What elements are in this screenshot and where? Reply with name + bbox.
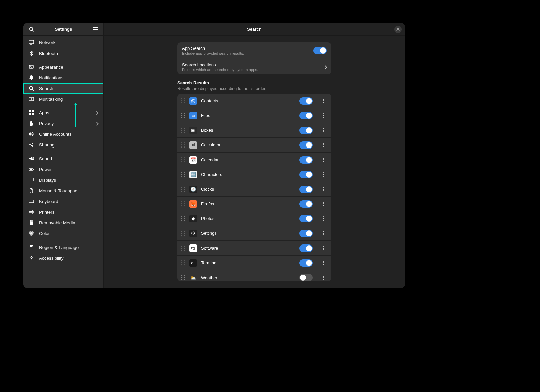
sidebar-item-network[interactable]: Network bbox=[23, 37, 103, 48]
toggle-settings[interactable] bbox=[299, 230, 313, 237]
drag-handle-icon[interactable] bbox=[181, 157, 185, 163]
more-menu-button[interactable] bbox=[319, 244, 327, 252]
sidebar: Settings NetworkBluetoothAppearanceNotif… bbox=[23, 23, 104, 288]
hamburger-icon[interactable] bbox=[92, 26, 99, 33]
appearance-icon bbox=[29, 64, 34, 70]
more-menu-button[interactable] bbox=[319, 215, 327, 223]
drag-handle-icon[interactable] bbox=[181, 231, 185, 236]
sidebar-item-bluetooth[interactable]: Bluetooth bbox=[23, 48, 103, 59]
svg-rect-16 bbox=[32, 113, 34, 115]
sidebar-item-region-language[interactable]: Region & Language bbox=[23, 242, 103, 253]
drag-handle-icon[interactable] bbox=[181, 98, 185, 104]
drag-handle-icon[interactable] bbox=[181, 187, 185, 192]
toggle-terminal[interactable] bbox=[299, 259, 313, 267]
sidebar-item-label: Region & Language bbox=[39, 245, 79, 250]
svg-rect-26 bbox=[33, 169, 34, 170]
svg-rect-5 bbox=[29, 40, 34, 44]
svg-point-0 bbox=[29, 27, 32, 30]
toggle-calendar[interactable] bbox=[299, 156, 313, 164]
drag-handle-icon[interactable] bbox=[181, 260, 185, 266]
svg-line-22 bbox=[31, 144, 32, 145]
power-icon bbox=[29, 167, 34, 172]
svg-rect-12 bbox=[32, 97, 34, 101]
toggle-app-search[interactable] bbox=[313, 47, 327, 54]
sidebar-item-power[interactable]: Power bbox=[23, 164, 103, 175]
app-row-settings: ⚙Settings bbox=[177, 226, 331, 241]
more-menu-button[interactable] bbox=[319, 259, 327, 267]
app-label: Weather bbox=[201, 275, 295, 280]
more-menu-button[interactable] bbox=[319, 274, 327, 281]
drag-handle-icon[interactable] bbox=[181, 113, 185, 118]
sidebar-item-appearance[interactable]: Appearance bbox=[23, 62, 103, 72]
sidebar-item-search[interactable]: Search bbox=[23, 83, 103, 94]
weather-app-icon: ⛅ bbox=[189, 274, 197, 281]
sidebar-item-online-accounts[interactable]: Online Accounts bbox=[23, 129, 103, 139]
chevron-right-icon bbox=[324, 64, 327, 70]
sidebar-item-multitasking[interactable]: Multitasking bbox=[23, 94, 103, 104]
sidebar-item-removable-media[interactable]: Removable Media bbox=[23, 217, 103, 228]
more-menu-button[interactable] bbox=[319, 229, 327, 237]
drag-handle-icon[interactable] bbox=[181, 246, 185, 251]
terminal-app-icon: >_ bbox=[189, 259, 197, 267]
drag-handle-icon[interactable] bbox=[181, 142, 185, 148]
results-title: Search Results bbox=[177, 80, 331, 85]
toggle-software[interactable] bbox=[299, 244, 313, 252]
row-subtitle: Include app-provided search results. bbox=[182, 51, 309, 55]
drag-handle-icon[interactable] bbox=[181, 172, 185, 177]
drag-handle-icon[interactable] bbox=[181, 216, 185, 221]
sidebar-item-accessibility[interactable]: Accessibility bbox=[23, 253, 103, 263]
app-row-files: 🗎Files bbox=[177, 108, 331, 123]
toggle-weather[interactable] bbox=[299, 274, 313, 281]
more-menu-button[interactable] bbox=[319, 185, 327, 193]
settings-window: Settings NetworkBluetoothAppearanceNotif… bbox=[23, 23, 405, 288]
svg-point-8 bbox=[31, 66, 32, 67]
more-menu-button[interactable] bbox=[319, 200, 327, 208]
sidebar-item-sharing[interactable]: Sharing bbox=[23, 139, 103, 150]
row-title: Search Locations bbox=[182, 62, 320, 67]
toggle-boxes[interactable] bbox=[299, 127, 313, 134]
svg-rect-31 bbox=[29, 200, 34, 203]
toggle-contacts[interactable] bbox=[299, 97, 313, 105]
chevron-right-icon bbox=[95, 110, 98, 115]
svg-rect-41 bbox=[30, 222, 33, 225]
drag-handle-icon[interactable] bbox=[181, 201, 185, 207]
toggle-files[interactable] bbox=[299, 112, 313, 119]
grid-icon bbox=[29, 110, 34, 115]
more-menu-button[interactable] bbox=[319, 97, 327, 105]
sidebar-item-color[interactable]: Color bbox=[23, 228, 103, 239]
more-menu-button[interactable] bbox=[319, 126, 327, 134]
sidebar-item-label: Displays bbox=[39, 178, 56, 183]
sidebar-item-keyboard[interactable]: Keyboard bbox=[23, 196, 103, 207]
toggle-photos[interactable] bbox=[299, 215, 313, 222]
drag-handle-icon[interactable] bbox=[181, 275, 185, 280]
sidebar-item-label: Mouse & Touchpad bbox=[39, 188, 77, 193]
more-menu-button[interactable] bbox=[319, 156, 327, 164]
at-icon bbox=[29, 131, 34, 137]
sidebar-item-printers[interactable]: Printers bbox=[23, 207, 103, 217]
app-row-software: 🛍Software bbox=[177, 241, 331, 256]
settings-row-search-locations[interactable]: Search LocationsFolders which are search… bbox=[177, 59, 331, 74]
app-row-boxes: ▣Boxes bbox=[177, 123, 331, 138]
svg-rect-13 bbox=[29, 110, 31, 112]
sidebar-list: NetworkBluetoothAppearanceNotificationsS… bbox=[23, 36, 103, 288]
sidebar-item-displays[interactable]: Displays bbox=[23, 175, 103, 185]
sidebar-item-apps[interactable]: Apps bbox=[23, 107, 103, 118]
more-menu-button[interactable] bbox=[319, 171, 327, 179]
sidebar-item-notifications[interactable]: Notifications bbox=[23, 72, 103, 83]
sidebar-item-mouse-touchpad[interactable]: Mouse & Touchpad bbox=[23, 185, 103, 196]
search-icon-button[interactable] bbox=[28, 26, 35, 33]
toggle-clocks[interactable] bbox=[299, 186, 313, 193]
more-menu-button[interactable] bbox=[319, 112, 327, 120]
drag-handle-icon[interactable] bbox=[181, 128, 185, 133]
files-app-icon: 🗎 bbox=[189, 112, 197, 119]
toggle-characters[interactable] bbox=[299, 171, 313, 178]
svg-point-45 bbox=[31, 256, 32, 257]
sidebar-item-sound[interactable]: Sound bbox=[23, 153, 103, 164]
main-header: Search bbox=[104, 23, 405, 36]
more-menu-button[interactable] bbox=[319, 141, 327, 149]
sidebar-item-privacy[interactable]: Privacy bbox=[23, 118, 103, 129]
toggle-calculator[interactable] bbox=[299, 141, 313, 149]
close-button[interactable] bbox=[394, 26, 402, 33]
svg-point-44 bbox=[30, 233, 33, 236]
toggle-firefox[interactable] bbox=[299, 200, 313, 208]
